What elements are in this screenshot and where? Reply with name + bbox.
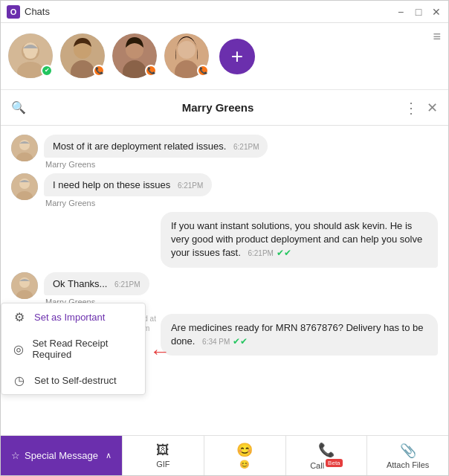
chevron-icon: ∧ <box>106 451 112 460</box>
app-window: O Chats − □ ✕ ✔ <box>0 0 449 476</box>
read-tick: ✔✔ <box>277 248 291 258</box>
app-icon: O <box>7 5 20 19</box>
sent-message-row: If you want instant solutions, you shoul… <box>11 212 438 268</box>
message-body: I need help on these issues 6:21PM Marry… <box>44 173 212 208</box>
important-icon: ⚙ <box>12 310 27 324</box>
sent-message-bubble: If you want instant solutions, you shoul… <box>161 212 438 268</box>
special-message-button[interactable]: ☆ Special Message ∧ <box>1 436 122 475</box>
minimize-button[interactable]: − <box>395 6 407 18</box>
avatar-1[interactable]: ✔ <box>8 33 54 80</box>
message-text: Ok Thanks... <box>53 278 107 289</box>
message-bubble: Ok Thanks... 6:21PM <box>44 272 149 295</box>
window-controls: − □ ✕ <box>395 6 442 18</box>
sender-avatar <box>11 135 38 161</box>
receipt-icon: ◎ <box>12 342 25 356</box>
chat-close-button[interactable]: ✕ <box>427 100 438 116</box>
avatar-2[interactable]: 📞 <box>60 33 106 80</box>
attach-files-button[interactable]: 📎 Attach Files <box>367 436 448 475</box>
gif-button[interactable]: 🖼 GIF <box>123 436 204 475</box>
avatar-4[interactable]: 📞 <box>164 33 210 80</box>
sender-avatar <box>11 272 38 299</box>
message-text: Most of it are deployment related issues… <box>53 141 226 152</box>
message-time: 6:34 PM <box>202 338 230 346</box>
avatar-strip: ✔ 📞 � <box>1 23 448 90</box>
message-bubble: I need help on these issues 6:21PM <box>44 173 212 196</box>
emoji-button[interactable]: 😊 😊 <box>204 436 285 475</box>
message-body: Ok Thanks... 6:21PM Marry Greens <box>44 272 149 306</box>
message-time: 6:21PM <box>233 143 259 151</box>
title-bar: O Chats − □ ✕ <box>1 1 448 23</box>
emoji-label: 😊 <box>239 460 250 469</box>
message-row: I need help on these issues 6:21PM Marry… <box>11 173 438 208</box>
special-msg-icon: ☆ <box>11 450 20 461</box>
message-time: 6:21PM <box>114 280 140 289</box>
svg-point-13 <box>178 41 196 59</box>
context-label: Set to Self-destruct <box>34 375 117 386</box>
search-icon[interactable]: 🔍 <box>11 100 26 115</box>
sender-avatar <box>11 173 38 200</box>
beta-badge: Beta <box>326 459 342 467</box>
chat-title: Marry Greens <box>32 101 404 114</box>
svg-point-4 <box>25 50 36 59</box>
call-label: CallBeta <box>310 460 342 470</box>
call-icon: 📞 <box>318 442 335 458</box>
chat-header: 🔍 Marry Greens ⋮ ✕ <box>1 90 448 126</box>
message-text: I need help on these issues <box>53 179 170 190</box>
attach-label: Attach Files <box>387 460 429 469</box>
close-button[interactable]: ✕ <box>430 6 442 18</box>
attach-icon: 📎 <box>400 443 416 459</box>
avatar-2-badge: 📞 <box>93 65 105 77</box>
avatar-4-badge: 📞 <box>197 65 209 77</box>
bottom-toolbar: ☆ Special Message ∧ 🖼 GIF 😊 😊 📞 CallBeta… <box>1 435 448 475</box>
message-row: Most of it are deployment related issues… <box>11 135 438 169</box>
context-read-receipt[interactable]: ◎ Set Read Receipt Required <box>1 331 145 367</box>
sender-name: Marry Greens <box>45 199 212 208</box>
context-label: Set as Important <box>34 312 105 323</box>
arrow-indicator: ← <box>149 340 170 364</box>
message-time: 6:21PM <box>178 181 203 190</box>
gif-icon: 🖼 <box>156 443 169 458</box>
avatar-1-badge: ✔ <box>41 65 53 77</box>
restore-button[interactable]: □ <box>413 6 424 18</box>
settings-icon[interactable]: ≡ <box>433 23 441 45</box>
window-title: Chats <box>25 6 395 17</box>
context-set-important[interactable]: ⚙ Set as Important <box>1 303 145 331</box>
message-time: 6:21PM <box>248 249 273 257</box>
avatar-3[interactable]: 📞 <box>112 33 158 80</box>
more-options-icon[interactable]: ⋮ <box>404 99 419 117</box>
message-bubble: Most of it are deployment related issues… <box>44 135 268 158</box>
context-label: Set Read Receipt Required <box>32 338 135 360</box>
sender-name: Marry Greens <box>45 160 268 169</box>
gif-label: GIF <box>156 460 169 469</box>
messages-area: Most of it are deployment related issues… <box>1 126 448 435</box>
avatar-3-badge: 📞 <box>145 65 157 77</box>
message-row: Ok Thanks... 6:21PM Marry Greens <box>11 272 438 306</box>
context-menu: ⚙ Set as Important ◎ Set Read Receipt Re… <box>1 303 146 395</box>
message-body: Most of it are deployment related issues… <box>44 135 268 169</box>
special-msg-label: Special Message <box>25 450 98 461</box>
destruct-icon: ◷ <box>12 373 27 387</box>
message-text: If you want instant solutions, you shoul… <box>171 220 422 258</box>
call-button[interactable]: 📞 CallBeta <box>286 436 367 475</box>
context-self-destruct[interactable]: ◷ Set to Self-destruct <box>1 367 145 394</box>
emoji-icon: 😊 <box>236 442 253 458</box>
read-tick: ✔✔ <box>233 336 248 347</box>
add-contact-button[interactable]: + <box>219 39 255 74</box>
sent-message-bubble: Are medicines ready for MRN 8767876? Del… <box>161 314 438 356</box>
